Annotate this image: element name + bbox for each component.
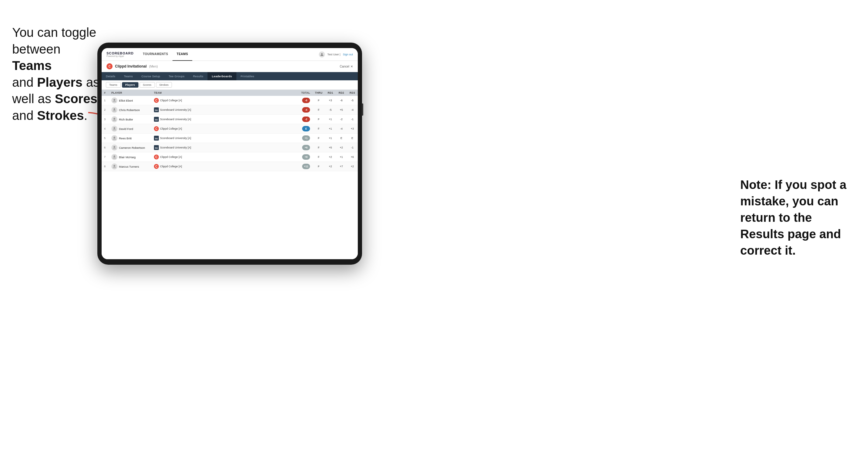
nav-tournaments[interactable]: TOURNAMENTS xyxy=(138,48,172,61)
cell-team: SUScoreboard University [A] xyxy=(152,105,294,115)
cell-rd1: +3 xyxy=(325,96,336,105)
scores-bold: Scores xyxy=(55,92,97,106)
cell-player: Chris Robertson xyxy=(109,105,152,115)
cell-rd2: -6 xyxy=(336,96,347,105)
player-name: Cameron Robertson xyxy=(119,146,145,149)
tournament-title-row: C Clippd Invitational (Men) xyxy=(106,63,158,69)
cell-total: -4 xyxy=(294,105,312,115)
player-avatar xyxy=(111,97,118,103)
player-name: Elliot Ebert xyxy=(119,99,133,102)
player-avatar xyxy=(111,107,118,113)
tab-course-setup[interactable]: Course Setup xyxy=(137,72,164,80)
svg-point-20 xyxy=(114,155,115,157)
table-row: 1Elliot EbertCClippd College [A]-8F+3-6-… xyxy=(102,96,358,105)
leaderboard-table: # PLAYER TEAM TOTAL THRU RD1 RD2 RD3 1El… xyxy=(102,90,358,259)
table-row: 8Marcus TurnersCClippd College [A]+11F+2… xyxy=(102,162,358,171)
cell-team: CClippd College [A] xyxy=(152,96,294,105)
cell-rank: 7 xyxy=(102,152,109,162)
toggle-bar: Teams Players Scores Strokes xyxy=(102,80,358,90)
cell-rank: 6 xyxy=(102,143,109,152)
cell-rd2: -2 xyxy=(336,115,347,124)
cell-team: SUScoreboard University [A] xyxy=(152,115,294,124)
tab-results[interactable]: Results xyxy=(189,72,208,80)
team-logo: C xyxy=(154,155,159,159)
col-player: PLAYER xyxy=(109,90,152,96)
cell-rd1: +2 xyxy=(325,152,336,162)
svg-text:SU: SU xyxy=(155,137,158,139)
toggle-scores[interactable]: Scores xyxy=(140,82,155,88)
user-area: Test User | Sign out xyxy=(319,52,353,58)
team-name: Scoreboard University [A] xyxy=(160,146,191,149)
cell-rd1: +1 xyxy=(325,124,336,133)
cell-team: CClippd College [A] xyxy=(152,124,294,133)
sign-out-link[interactable]: Sign out xyxy=(343,53,353,56)
player-avatar xyxy=(111,116,118,122)
cell-rd2: +1 xyxy=(336,152,347,162)
tab-teams[interactable]: Teams xyxy=(120,72,137,80)
team-name: Clippd College [A] xyxy=(160,127,182,130)
team-logo: C xyxy=(154,126,159,131)
table-header-row: # PLAYER TEAM TOTAL THRU RD1 RD2 RD3 xyxy=(102,90,358,96)
cell-player: Cameron Robertson xyxy=(109,143,152,152)
table-row: 2Chris RobertsonSUScoreboard University … xyxy=(102,105,358,115)
cell-thru: F xyxy=(312,105,325,115)
right-annotation: Note: If you spot a mistake, you can ret… xyxy=(740,177,856,258)
svg-text:C: C xyxy=(155,127,157,130)
logo-title: SCOREBOARD xyxy=(106,52,133,55)
top-navigation: SCOREBOARD Powered by clippd TOURNAMENTS… xyxy=(102,48,358,61)
player-name: Marcus Turners xyxy=(119,165,139,168)
tablet-frame: SCOREBOARD Powered by clippd TOURNAMENTS… xyxy=(97,42,362,265)
table-row: 6Cameron RobertsonSUScoreboard Universit… xyxy=(102,143,358,152)
svg-text:C: C xyxy=(155,165,157,168)
table-row: 7Blair McHargCClippd College [A]+8F+2+1+… xyxy=(102,152,358,162)
tab-leaderboards[interactable]: Leaderboards xyxy=(208,72,236,80)
cell-thru: F xyxy=(312,96,325,105)
cell-player: Marcus Turners xyxy=(109,162,152,171)
cell-total: -8 xyxy=(294,96,312,105)
cell-rd3: E xyxy=(347,133,358,143)
cell-player: Elliot Ebert xyxy=(109,96,152,105)
cell-rd3: -1 xyxy=(347,143,358,152)
cell-rd1: +5 xyxy=(325,143,336,152)
cell-rank: 8 xyxy=(102,162,109,171)
tab-details[interactable]: Details xyxy=(102,72,120,80)
cell-rank: 2 xyxy=(102,105,109,115)
toggle-teams[interactable]: Teams xyxy=(106,82,121,88)
cell-rank: 4 xyxy=(102,124,109,133)
cell-rank: 1 xyxy=(102,96,109,105)
col-total: TOTAL xyxy=(294,90,312,96)
toggle-strokes[interactable]: Strokes xyxy=(156,82,172,88)
cell-rd1: +1 xyxy=(325,115,336,124)
toggle-players[interactable]: Players xyxy=(122,82,138,88)
cell-rd3: -4 xyxy=(347,105,358,115)
cell-thru: F xyxy=(312,124,325,133)
player-avatar xyxy=(111,154,118,160)
user-avatar xyxy=(319,52,325,58)
team-name: Clippd College [A] xyxy=(160,99,182,102)
tab-printables[interactable]: Printables xyxy=(237,72,258,80)
svg-text:C: C xyxy=(155,155,157,159)
players-table: # PLAYER TEAM TOTAL THRU RD1 RD2 RD3 1El… xyxy=(102,90,358,171)
cell-total: -2 xyxy=(294,115,312,124)
team-name: Clippd College [A] xyxy=(160,165,182,168)
team-logo: C xyxy=(154,164,159,169)
svg-point-23 xyxy=(114,165,115,167)
app-logo: SCOREBOARD Powered by clippd xyxy=(106,52,133,57)
cell-thru: F xyxy=(312,115,325,124)
cell-rd3: -5 xyxy=(347,96,358,105)
svg-point-8 xyxy=(114,118,115,120)
player-name: Chris Robertson xyxy=(119,108,140,112)
cell-total: E xyxy=(294,124,312,133)
tab-tee-groups[interactable]: Tee Groups xyxy=(164,72,189,80)
svg-point-11 xyxy=(114,127,115,129)
tournament-name: Clippd Invitational xyxy=(115,64,147,68)
svg-point-1 xyxy=(321,53,323,55)
svg-point-2 xyxy=(114,99,115,101)
cell-total: +8 xyxy=(294,152,312,162)
cancel-button[interactable]: Cancel ✕ xyxy=(340,65,353,68)
col-rd3: RD3 xyxy=(347,90,358,96)
nav-teams[interactable]: TEAMS xyxy=(173,48,193,61)
cell-rd3: +6 xyxy=(347,152,358,162)
svg-point-5 xyxy=(114,108,115,110)
cell-player: David Ford xyxy=(109,124,152,133)
